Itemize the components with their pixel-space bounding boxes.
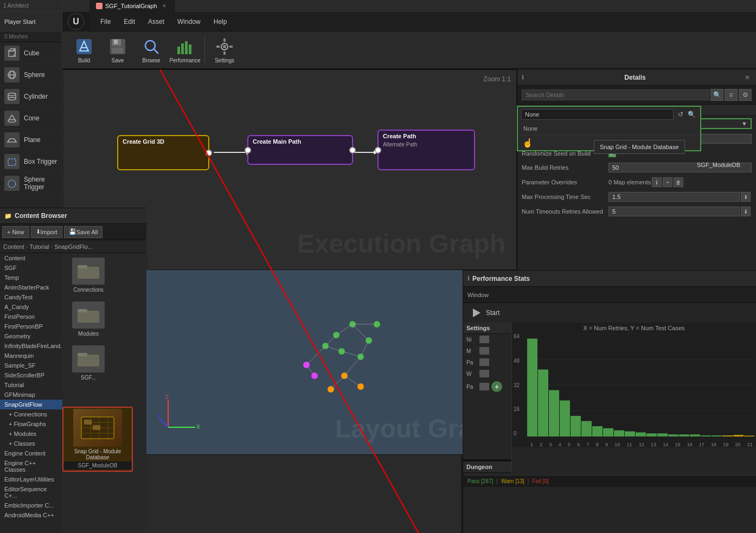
menu-file[interactable]: File <box>95 16 116 28</box>
tree-item-classes[interactable]: + Classes <box>0 439 62 448</box>
breadcrumb-snapgrid[interactable]: SnapGridFlo... <box>54 243 93 250</box>
details-search-input[interactable] <box>522 89 709 100</box>
tree-item-geometry[interactable]: Geometry <box>0 331 62 341</box>
start-button[interactable]: Start <box>463 303 756 323</box>
tree-item-mannequin[interactable]: Mannequin <box>0 351 62 361</box>
mesh-item-cube[interactable]: Cube <box>0 42 62 64</box>
node-grid3d-output[interactable] <box>206 150 212 156</box>
module-db-reset-button[interactable]: ↺ <box>675 109 686 120</box>
tree-item-temp[interactable]: Temp <box>0 273 62 282</box>
param-info-button[interactable]: ℹ <box>652 177 662 187</box>
toolbar-settings-button[interactable]: Settings <box>208 33 241 67</box>
player-start-item[interactable]: Player Start <box>0 12 62 31</box>
menu-window[interactable]: Window <box>172 16 206 28</box>
tree-item-editor-sequence[interactable]: EditorSequence C+... <box>0 484 62 500</box>
module-db-clear-button[interactable]: 🔍 <box>686 109 697 120</box>
tree-item-modules[interactable]: + Modules <box>0 429 62 439</box>
param-add-button[interactable]: + <box>663 177 672 187</box>
tree-item-engine-content[interactable]: Engine Content <box>0 448 62 458</box>
menu-help[interactable]: Help <box>208 16 233 28</box>
param-overrides-count: 0 Map elements <box>608 179 651 185</box>
toolbar-browse-button[interactable]: Browse <box>135 33 168 67</box>
tab-sgf-tutorial[interactable]: SGF_TutorialGraph ✕ <box>89 0 175 12</box>
node-altpath-input[interactable] <box>375 147 381 153</box>
mesh-item-sphere-trigger[interactable]: Sphere Trigger <box>0 172 62 194</box>
tree-item-gfminimap[interactable]: GFMinimap <box>0 390 62 400</box>
node-mainpath-output[interactable] <box>349 147 356 153</box>
svg-line-79 <box>342 351 361 357</box>
timeouts-expand[interactable]: ⬇ <box>741 207 751 216</box>
tree-item-content[interactable]: Content <box>0 253 62 263</box>
svg-text:X: X <box>196 424 200 430</box>
svg-line-86 <box>331 376 344 389</box>
module-db-none-option[interactable]: None <box>518 122 700 135</box>
details-view-toggle[interactable]: ≡ <box>725 89 738 101</box>
tree-item-infinity[interactable]: InfinityBladeFireLand... <box>0 341 62 351</box>
tree-item-engine-cpp[interactable]: Engine C++ Classes <box>0 458 62 474</box>
svg-rect-31 <box>181 43 184 54</box>
sphere-label: Sphere <box>24 71 45 79</box>
toolbar-performance-button[interactable]: Performance <box>169 33 201 67</box>
tree-item-snapgridflow[interactable]: SnapGridFlow <box>0 400 62 409</box>
tree-item-embic[interactable]: EmbicImporter C... <box>0 500 62 510</box>
mesh-item-plane[interactable]: Plane <box>0 129 62 151</box>
sphere-icon <box>4 67 20 82</box>
svg-point-73 <box>357 383 364 390</box>
tree-item-flowgraphs[interactable]: + FlowGraphs <box>0 419 62 429</box>
tree-item-sidescroller[interactable]: SideScrollerBP <box>0 370 62 380</box>
mesh-item-box-trigger[interactable]: Box Trigger <box>0 151 62 172</box>
tree-item-acandy[interactable]: A_Candy <box>0 302 62 312</box>
graph-watermark: Execution Graph <box>297 229 505 259</box>
tree-item-editor-layers[interactable]: EditorLayerUtilities <box>0 474 62 484</box>
toolbar-save-button[interactable]: Save <box>101 33 134 67</box>
tree-item-firstperson[interactable]: FirstPerson <box>0 312 62 322</box>
setting-w-icon[interactable] <box>479 370 489 377</box>
node-mainpath-input[interactable] <box>245 147 251 153</box>
menu-asset[interactable]: Asset <box>143 16 170 28</box>
mesh-item-sphere[interactable]: Sphere <box>0 64 62 86</box>
tree-item-connections[interactable]: + Connections <box>0 409 62 419</box>
asset-sgf[interactable]: SGF... <box>67 345 110 381</box>
processing-time-input[interactable] <box>608 192 740 202</box>
asset-connections[interactable]: Connections <box>67 258 110 293</box>
tree-item-android[interactable]: AndroidMedia C++ <box>0 510 62 520</box>
tree-item-firstpersonbp[interactable]: FirstPersonBP <box>0 322 62 331</box>
cb-new-button[interactable]: + New <box>2 226 29 238</box>
tree-item-tutorial[interactable]: Tutorial <box>0 380 62 390</box>
tree-item-candytest[interactable]: CandyTest <box>0 292 62 302</box>
node-create-main-path[interactable]: Create Main Path <box>247 135 353 165</box>
timeouts-input[interactable] <box>608 207 740 216</box>
node-create-alt-path[interactable]: Create Path Alternate Path <box>377 130 475 170</box>
menu-edit[interactable]: Edit <box>118 16 140 28</box>
mesh-item-cone[interactable]: Cone <box>0 107 62 129</box>
content-browser-breadcrumb: Content › Tutorial › SnapGridFlo... <box>0 240 146 253</box>
tree-item-sgf[interactable]: SGF <box>0 263 62 273</box>
asset-modules[interactable]: Modules <box>67 301 110 337</box>
tab-close-icon[interactable]: ✕ <box>161 2 168 10</box>
module-db-asset[interactable]: Snap Grid - Module Database SGF_ModuleDB <box>62 407 133 472</box>
setting-ni-icon[interactable] <box>479 336 489 343</box>
breadcrumb-tutorial[interactable]: Tutorial <box>29 243 49 250</box>
param-delete-button[interactable]: 🗑 <box>674 177 683 187</box>
details-close-icon[interactable]: ✕ <box>743 73 752 82</box>
content-browser-toolbar: + New ⬇ Import 💾 Save All <box>0 224 146 240</box>
processing-time-expand[interactable]: ⬇ <box>741 192 751 202</box>
tree-item-animstarter[interactable]: AnimStarterPack <box>0 282 62 292</box>
cb-save-all-button[interactable]: 💾 Save All <box>64 226 103 238</box>
tree-item-sample[interactable]: Sample_SF <box>0 361 62 370</box>
svg-marker-88 <box>473 309 480 317</box>
setting-m-icon[interactable] <box>479 347 489 355</box>
settings-add-button[interactable]: + <box>491 381 502 392</box>
breadcrumb-content[interactable]: Content <box>3 243 24 250</box>
bar-17 <box>701 435 711 436</box>
svg-point-11 <box>8 119 16 122</box>
toolbar-build-button[interactable]: Build <box>68 33 100 67</box>
cb-import-button[interactable]: ⬇ Import <box>31 226 62 238</box>
details-search-button[interactable]: 🔍 <box>710 89 723 101</box>
setting-pa2-icon[interactable] <box>479 383 489 390</box>
node-create-grid3d[interactable]: Create Grid 3D <box>117 135 209 170</box>
mesh-item-cylinder[interactable]: Cylinder <box>0 86 62 107</box>
module-db-search-input[interactable] <box>521 109 674 120</box>
details-options-button[interactable]: ⚙ <box>739 89 752 101</box>
setting-pa-icon[interactable] <box>479 358 489 366</box>
